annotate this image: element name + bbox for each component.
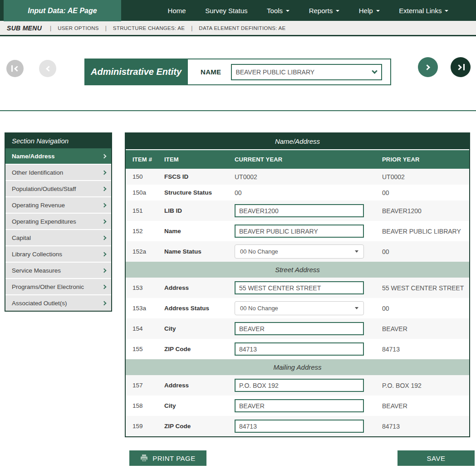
- chevron-right-icon: [102, 219, 107, 224]
- prior-year-cell: BEAVER: [382, 402, 469, 410]
- next-record-button[interactable]: [418, 57, 438, 77]
- chevron-right-icon: [102, 186, 107, 191]
- item-label: Address: [164, 284, 235, 291]
- current-year-input-158-city[interactable]: [235, 399, 364, 412]
- nav-item-reports[interactable]: Reports: [309, 7, 340, 15]
- current-year-input-157-address[interactable]: [235, 379, 364, 392]
- tab-input-data-ae-page[interactable]: Input Data: AE Page: [4, 0, 121, 21]
- print-page-button[interactable]: PRINT PAGE: [129, 450, 206, 466]
- column-header-prior-year: PRIOR YEAR: [382, 156, 469, 163]
- sidebar-item-capital[interactable]: Capital: [5, 230, 111, 245]
- chevron-down-icon: [372, 68, 378, 74]
- nav-item-tools[interactable]: Tools: [267, 7, 290, 15]
- save-button[interactable]: SAVE: [397, 450, 475, 466]
- caret-down-icon: [336, 10, 339, 12]
- column-header-item: ITEM: [164, 156, 235, 163]
- nav-item-label: Home: [168, 7, 186, 15]
- sidebar-item-label: Associated Outlet(s): [12, 300, 67, 307]
- item-label: FSCS ID: [164, 173, 235, 180]
- nav-item-label: Tools: [267, 7, 283, 15]
- chevron-right-icon: [102, 170, 107, 175]
- nav-item-label: Reports: [309, 7, 333, 15]
- chevron-right-icon: [102, 235, 107, 240]
- current-year-input-159-zip-code[interactable]: [235, 420, 364, 433]
- previous-record-button[interactable]: [39, 60, 56, 77]
- sidebar-item-operating-revenue[interactable]: Operating Revenue: [5, 197, 111, 213]
- item-number: 151: [132, 207, 164, 214]
- table-row-150a: 150aStructure Status0000: [126, 185, 469, 200]
- select-value: 00 No Change: [240, 248, 278, 255]
- nav-item-label: Help: [359, 7, 373, 15]
- item-number: 158: [132, 402, 164, 409]
- entity-selector-box: Administrative Entity NAME BEAVER PUBLIC…: [84, 59, 391, 85]
- nav-item-help[interactable]: Help: [359, 7, 380, 15]
- sidebar-item-other-identification[interactable]: Other Identification: [5, 165, 111, 180]
- next-record-icon: [425, 65, 431, 69]
- sidebar-item-label: Operating Revenue: [12, 202, 65, 209]
- nav-item-label: Survey Status: [205, 7, 247, 15]
- current-year-cell: [235, 225, 382, 238]
- table-rows: 150FSCS IDUT0002UT0002150aStructure Stat…: [126, 169, 469, 436]
- current-year-input-155-zip-code[interactable]: [235, 342, 364, 356]
- table-column-headers: ITEM #ITEMCURRENT YEARPRIOR YEAR: [126, 149, 469, 169]
- prior-year-cell: P.O. BOX 192: [382, 382, 469, 389]
- entity-type-title: Administrative Entity: [84, 59, 188, 85]
- current-year-cell: [235, 420, 382, 433]
- item-label: Address Status: [164, 305, 235, 312]
- first-record-button[interactable]: [6, 60, 24, 77]
- caret-down-icon: [286, 10, 290, 12]
- current-year-cell: 00 No Change: [235, 244, 382, 259]
- sidebar-item-label: Name/Address: [12, 153, 55, 160]
- entity-name-area: NAME BEAVER PUBLIC LIBRARY: [188, 59, 390, 84]
- item-label: ZIP Code: [164, 423, 235, 430]
- sidebar-item-service-measures[interactable]: Service Measures: [5, 263, 111, 278]
- sub-menu-item-data-element-definitions-ae[interactable]: DATA ELEMENT DEFINITIONS: AE: [199, 25, 285, 31]
- current-year-input-154-city[interactable]: [235, 322, 364, 335]
- section-header-mailing-address: Mailing Address: [126, 359, 469, 375]
- item-label: ZIP Code: [164, 346, 235, 352]
- nav-item-external-links[interactable]: External Links: [399, 7, 448, 15]
- item-number: 152: [132, 228, 164, 235]
- current-year-cell: UT0002: [235, 173, 382, 181]
- caret-down-icon: [445, 10, 448, 12]
- current-year-input-153-address[interactable]: [235, 281, 364, 294]
- sidebar-item-programs-other-electronic[interactable]: Programs/Other Electronic: [5, 279, 111, 294]
- last-record-icon: [457, 64, 465, 70]
- item-label: LIB ID: [164, 207, 235, 214]
- sidebar-item-associated-outlet-s[interactable]: Associated Outlet(s): [5, 295, 111, 311]
- item-number: 155: [132, 346, 164, 352]
- chevron-right-icon: [102, 154, 107, 158]
- current-year-cell: 00 No Change: [235, 301, 382, 315]
- prior-year-cell: BEAVER PUBLIC LIBRARY: [382, 228, 469, 235]
- item-number: 154: [132, 325, 164, 332]
- printer-icon: [140, 454, 148, 462]
- nav-item-survey-status[interactable]: Survey Status: [205, 7, 247, 15]
- select-value: 00 No Change: [240, 305, 278, 312]
- current-year-cell: [235, 281, 382, 294]
- sidebar-item-library-collections[interactable]: Library Collections: [5, 246, 111, 262]
- prior-year-cell: 84713: [382, 346, 469, 353]
- sub-menu-item-structure-changes-ae[interactable]: STRUCTURE CHANGES: AE: [113, 25, 185, 31]
- sidebar-item-population-outlets-staff[interactable]: Population/Outlets/Staff: [5, 181, 111, 196]
- last-record-button[interactable]: [451, 57, 471, 77]
- first-record-icon: [11, 65, 19, 72]
- sub-menu-item-user-options[interactable]: USER OPTIONS: [58, 25, 99, 31]
- sidebar-item-name-address[interactable]: Name/Address: [5, 148, 111, 164]
- entity-name-select[interactable]: BEAVER PUBLIC LIBRARY: [231, 64, 382, 80]
- current-year-input-152-name[interactable]: [235, 225, 364, 238]
- name-label: NAME: [201, 68, 221, 76]
- nav-item-home[interactable]: Home: [168, 7, 186, 15]
- current-year-cell: [235, 204, 382, 217]
- current-year-cell: [235, 399, 382, 412]
- sidebar-item-label: Other Identification: [12, 169, 63, 176]
- sidebar-item-operating-expenditures[interactable]: Operating Expenditures: [5, 214, 111, 229]
- current-year-cell: [235, 379, 382, 392]
- item-label: Structure Status: [164, 189, 235, 196]
- current-year-input-151-lib-id[interactable]: [235, 204, 364, 217]
- table-row-154: 154CityBEAVER: [126, 318, 469, 339]
- current-year-select-152a-name-status[interactable]: 00 No Change: [235, 244, 364, 259]
- current-year-select-153a-address-status[interactable]: 00 No Change: [235, 301, 364, 315]
- column-header-item: ITEM #: [132, 156, 164, 163]
- current-year-cell: [235, 322, 382, 335]
- item-number: 150: [132, 173, 164, 180]
